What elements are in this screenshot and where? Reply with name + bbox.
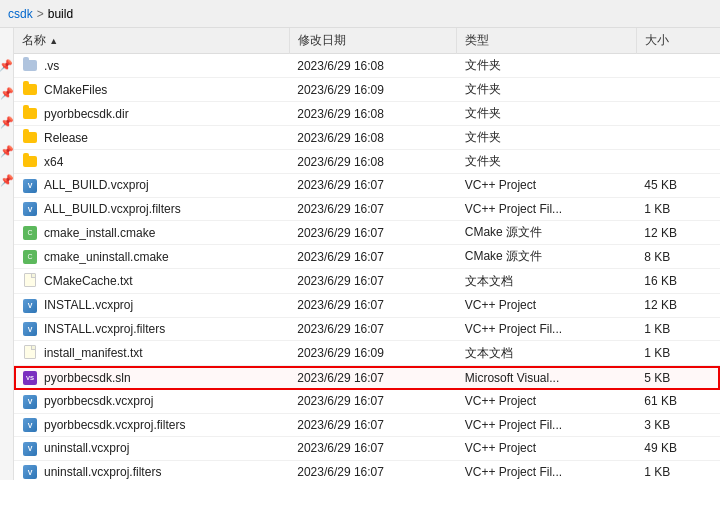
file-name-cell: V ALL_BUILD.vcxproj.filters — [14, 197, 289, 221]
file-icon-uninstall-filters: V — [22, 464, 38, 481]
file-icon-release — [22, 129, 38, 146]
file-date: 2023/6/29 16:07 — [289, 413, 457, 437]
file-name-cmakecache: CMakeCache.txt — [44, 274, 133, 288]
file-size — [636, 126, 720, 150]
file-date: 2023/6/29 16:07 — [289, 437, 457, 461]
file-name-cell: x64 — [14, 150, 289, 174]
file-name-cell: V pyorbbecsdk.vcxproj.filters — [14, 413, 289, 437]
file-name-install-vcxproj: INSTALL.vcxproj — [44, 298, 133, 312]
file-name-install-filters: INSTALL.vcxproj.filters — [44, 322, 165, 336]
column-headers: 名称 ▲ 修改日期 类型 大小 — [14, 28, 720, 54]
file-icon-cmake-install: C — [22, 224, 38, 241]
file-size — [636, 102, 720, 126]
file-name-cell: CMakeCache.txt — [14, 269, 289, 294]
file-type: VC++ Project Fil... — [457, 317, 636, 341]
file-name-cell: pyorbbecsdk.dir — [14, 102, 289, 126]
file-type: Microsoft Visual... — [457, 366, 636, 390]
file-name-cmake-uninstall: cmake_uninstall.cmake — [44, 250, 169, 264]
breadcrumb-parent[interactable]: csdk — [8, 7, 33, 21]
file-date: 2023/6/29 16:08 — [289, 102, 457, 126]
file-name-pyorbbecsdk-sln: pyorbbecsdk.sln — [44, 371, 131, 385]
file-date: 2023/6/29 16:07 — [289, 269, 457, 294]
side-pin-icon[interactable]: 📌 — [0, 58, 13, 71]
file-icon-vs — [22, 57, 38, 74]
table-row[interactable]: C cmake_uninstall.cmake 2023/6/29 16:07C… — [14, 245, 720, 269]
file-name-x64: x64 — [44, 155, 63, 169]
table-row[interactable]: V ALL_BUILD.vcxproj 2023/6/29 16:07VC++ … — [14, 174, 720, 198]
file-size: 45 KB — [636, 174, 720, 198]
table-row[interactable]: V pyorbbecsdk.vcxproj.filters 2023/6/29 … — [14, 413, 720, 437]
table-row[interactable]: V ALL_BUILD.vcxproj.filters 2023/6/29 16… — [14, 197, 720, 221]
file-date: 2023/6/29 16:07 — [289, 317, 457, 341]
file-icon-install-filters: V — [22, 321, 38, 338]
file-date: 2023/6/29 16:07 — [289, 221, 457, 245]
file-name-cmake-install: cmake_install.cmake — [44, 226, 155, 240]
table-row[interactable]: CMakeFiles 2023/6/29 16:09文件夹 — [14, 78, 720, 102]
file-icon-uninstall-vcxproj: V — [22, 440, 38, 457]
file-name-install-manifest: install_manifest.txt — [44, 346, 143, 360]
table-row[interactable]: V INSTALL.vcxproj.filters 2023/6/29 16:0… — [14, 317, 720, 341]
side-pin4-icon[interactable]: 📌 — [0, 145, 14, 158]
file-size: 1 KB — [636, 460, 720, 480]
file-icon-cmake-uninstall: C — [22, 248, 38, 265]
file-name-cell: V uninstall.vcxproj.filters — [14, 460, 289, 480]
file-name-uninstall-filters: uninstall.vcxproj.filters — [44, 465, 161, 479]
file-type: 文件夹 — [457, 78, 636, 102]
file-type: 文件夹 — [457, 150, 636, 174]
col-date-header[interactable]: 修改日期 — [289, 28, 457, 54]
file-date: 2023/6/29 16:07 — [289, 294, 457, 318]
file-type: CMake 源文件 — [457, 245, 636, 269]
file-name-release: Release — [44, 131, 88, 145]
file-size: 1 KB — [636, 317, 720, 341]
file-type: 文件夹 — [457, 54, 636, 78]
table-row[interactable]: Release 2023/6/29 16:08文件夹 — [14, 126, 720, 150]
file-date: 2023/6/29 16:08 — [289, 126, 457, 150]
col-size-header[interactable]: 大小 — [636, 28, 720, 54]
table-row[interactable]: x64 2023/6/29 16:08文件夹 — [14, 150, 720, 174]
file-size — [636, 54, 720, 78]
table-row[interactable]: V uninstall.vcxproj 2023/6/29 16:07VC++ … — [14, 437, 720, 461]
file-name-cmakefiles: CMakeFiles — [44, 83, 107, 97]
table-row[interactable]: VS pyorbbecsdk.sln 2023/6/29 16:07Micros… — [14, 366, 720, 390]
file-date: 2023/6/29 16:07 — [289, 366, 457, 390]
file-date: 2023/6/29 16:09 — [289, 78, 457, 102]
file-name-cell: V uninstall.vcxproj — [14, 437, 289, 461]
table-row[interactable]: pyorbbecsdk.dir 2023/6/29 16:08文件夹 — [14, 102, 720, 126]
side-pin3-icon[interactable]: 📌 — [0, 116, 14, 129]
table-row[interactable]: CMakeCache.txt 2023/6/29 16:07文本文档16 KB — [14, 269, 720, 294]
file-type: VC++ Project — [457, 390, 636, 414]
table-row[interactable]: .vs 2023/6/29 16:08文件夹 — [14, 54, 720, 78]
breadcrumb-current: build — [48, 7, 73, 21]
main-content: 📌 📌 📌 📌 📌 名称 ▲ 修改日期 类型 大小 .vs 2023/6/29 … — [0, 28, 720, 480]
file-name-all-build-vcxproj: ALL_BUILD.vcxproj — [44, 178, 149, 192]
table-row[interactable]: V pyorbbecsdk.vcxproj 2023/6/29 16:07VC+… — [14, 390, 720, 414]
file-icon-pyorbbecsdk-filters: V — [22, 417, 38, 434]
file-date: 2023/6/29 16:08 — [289, 54, 457, 78]
side-pin2-icon[interactable]: 📌 — [0, 87, 14, 100]
file-date: 2023/6/29 16:07 — [289, 174, 457, 198]
table-row[interactable]: install_manifest.txt 2023/6/29 16:09文本文档… — [14, 341, 720, 366]
file-name-cell: CMakeFiles — [14, 78, 289, 102]
col-name-header[interactable]: 名称 ▲ — [14, 28, 289, 54]
col-name-label: 名称 — [22, 33, 46, 47]
side-pin5-icon[interactable]: 📌 — [0, 174, 14, 187]
file-size: 1 KB — [636, 341, 720, 366]
file-icon-install-vcxproj: V — [22, 297, 38, 314]
file-date: 2023/6/29 16:09 — [289, 341, 457, 366]
file-name-cell: V INSTALL.vcxproj.filters — [14, 317, 289, 341]
file-type: VC++ Project Fil... — [457, 413, 636, 437]
breadcrumb: csdk > build — [8, 7, 73, 21]
file-icon-all-build-vcxproj: V — [22, 177, 38, 194]
col-type-header[interactable]: 类型 — [457, 28, 636, 54]
table-row[interactable]: V INSTALL.vcxproj 2023/6/29 16:07VC++ Pr… — [14, 294, 720, 318]
table-row[interactable]: C cmake_install.cmake 2023/6/29 16:07CMa… — [14, 221, 720, 245]
file-name-all-build-filters: ALL_BUILD.vcxproj.filters — [44, 202, 181, 216]
table-row[interactable]: V uninstall.vcxproj.filters 2023/6/29 16… — [14, 460, 720, 480]
file-table: 名称 ▲ 修改日期 类型 大小 .vs 2023/6/29 16:08文件夹 C… — [14, 28, 720, 480]
file-name-cell: V pyorbbecsdk.vcxproj — [14, 390, 289, 414]
file-icon-pyorbbecsdk-vcxproj: V — [22, 393, 38, 410]
file-icon-install-manifest — [22, 344, 38, 362]
file-name-pyorbbecsdk-filters: pyorbbecsdk.vcxproj.filters — [44, 418, 185, 432]
file-icon-cmakecache — [22, 272, 38, 290]
file-name-vs: .vs — [44, 59, 59, 73]
